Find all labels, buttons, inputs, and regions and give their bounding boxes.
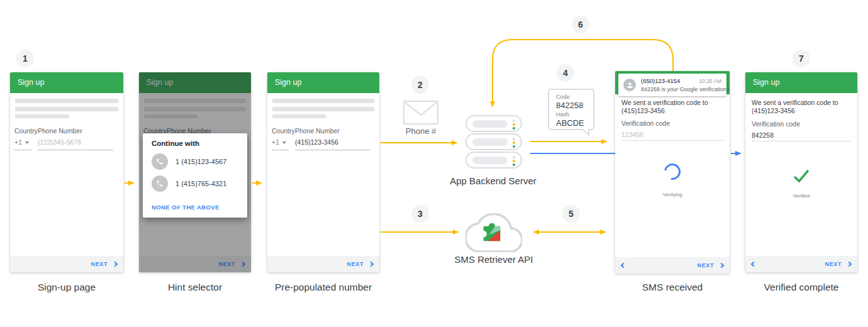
chevron-right-icon: [369, 262, 374, 267]
phone-verified: Sign up We sent a verification code to (…: [745, 72, 857, 272]
placeholder-bar: [272, 114, 326, 118]
code-underline: [752, 141, 851, 141]
verified-footer: NEXT: [745, 256, 857, 272]
backend-server-label: App Backend Server: [430, 175, 556, 186]
caption-signup: Sign-up page: [10, 282, 123, 293]
signup-header: Sign up: [10, 72, 123, 93]
dialog-title: Continue with: [152, 140, 199, 147]
flow-arrows: [0, 0, 868, 327]
phone-number-input[interactable]: (415)123-3456: [295, 138, 338, 146]
placeholder-bar: [15, 99, 118, 103]
sent-code-text: We sent a verification code to (415)123-…: [752, 99, 851, 115]
verified-status: Verified: [782, 193, 821, 199]
country-label: Country: [272, 127, 295, 135]
code-value: 842258: [556, 101, 593, 110]
caption-verified: Verified complete: [745, 282, 857, 293]
country-label: Country: [14, 127, 38, 135]
chevron-down-icon: [282, 141, 286, 144]
notification-sender: (650)123-4154: [641, 77, 680, 84]
next-button[interactable]: NEXT: [698, 262, 723, 269]
step-badge-3: 3: [411, 205, 429, 223]
envelope-icon: [403, 101, 438, 125]
phone-underline: [38, 150, 113, 150]
placeholder-bar: [272, 99, 374, 103]
server-icon: [465, 152, 522, 169]
server-icon: [465, 115, 522, 132]
step-badge-4: 4: [557, 64, 574, 82]
verification-code-label: Verification code: [621, 119, 670, 128]
step-badge-1: 1: [16, 50, 34, 67]
phone-underline: [295, 150, 370, 150]
phone-number-input[interactable]: (123)345-5678: [38, 138, 81, 146]
step-badge-7: 7: [793, 50, 810, 67]
none-of-the-above-link[interactable]: NONE OF THE ABOVE: [152, 204, 220, 211]
sms-retriever-api-label: SMS Retriever API: [431, 254, 557, 265]
country-select[interactable]: +1: [14, 138, 29, 146]
prepopulated-footer: NEXT: [267, 256, 379, 272]
code-hash-bubble: Code 842258 Hash ABCDE: [548, 89, 594, 130]
phone-icon: [152, 175, 168, 192]
verified-check-icon: [792, 168, 811, 184]
caption-hint: Hint selector: [139, 282, 251, 293]
signup-header: Sign up: [745, 72, 857, 93]
signup-footer: NEXT: [10, 256, 123, 272]
placeholder-bar: [272, 107, 374, 111]
chevron-right-icon: [847, 262, 852, 267]
sms-retriever-flow-diagram: 1 2 3 4 5 6 7 Sign up Country Phone Numb…: [0, 0, 868, 327]
cloud-api-icon: [465, 213, 522, 252]
country-underline: [272, 150, 289, 150]
verifying-status: Verifying: [653, 192, 692, 197]
caption-sms: SMS received: [615, 282, 730, 293]
placeholder-bar: [15, 114, 69, 118]
verifying-spinner: [661, 160, 684, 183]
phone-hint-selector: Sign up Country Phone Number Continue wi…: [139, 72, 251, 272]
phone-signup: Sign up Country Phone Number +1 (123)345…: [10, 72, 123, 272]
verification-code-value[interactable]: 842258: [752, 131, 774, 140]
code-label: Code: [556, 94, 593, 101]
caption-prepopulated: Pre-populated number: [267, 282, 379, 293]
next-button[interactable]: NEXT: [347, 261, 373, 267]
step-badge-6: 6: [572, 16, 589, 33]
hint-selector-dialog: Continue with 1 (415)123-4567 1 (415)765…: [143, 133, 247, 218]
avatar: [623, 79, 636, 91]
bubble-tail: [581, 128, 591, 136]
signup-header: Sign up: [267, 72, 379, 93]
server-icon: [465, 133, 522, 150]
step-badge-2: 2: [411, 76, 429, 94]
sent-code-text: We sent a verification code to (415)123-…: [621, 99, 722, 115]
notification-time: 10:26 AM: [699, 78, 721, 84]
next-button[interactable]: NEXT: [825, 261, 851, 267]
country-underline: [14, 150, 31, 150]
verification-code-input[interactable]: 123456: [621, 131, 643, 139]
sms-notification[interactable]: (650)123-4154 10:26 AM 842258 is your Go…: [618, 74, 726, 96]
sms-footer: NEXT: [615, 257, 730, 274]
step-badge-5: 5: [562, 205, 580, 223]
phone-icon: [152, 153, 168, 170]
back-button[interactable]: [751, 262, 756, 267]
next-button[interactable]: NEXT: [91, 261, 117, 267]
back-button[interactable]: [621, 263, 626, 268]
phone-hint-option-2[interactable]: 1 (415)765-4321: [152, 175, 226, 192]
phone-sms-received: (650)123-4154 10:26 AM 842258 is your Go…: [615, 71, 730, 274]
hash-value: ABCDE: [556, 118, 593, 128]
hash-label: Hash: [556, 111, 593, 118]
phone-hint-option-1[interactable]: 1 (415)123-4567: [152, 153, 226, 170]
placeholder-bar: [15, 107, 118, 111]
chevron-down-icon: [25, 141, 29, 144]
phone-number-payload-label: Phone #: [396, 126, 446, 136]
phone-number-label: Phone Number: [295, 127, 340, 135]
notification-message: 842258 is your Google verification code: [641, 86, 730, 92]
verification-code-label: Verification code: [752, 120, 800, 128]
phone-number-label: Phone Number: [38, 127, 82, 135]
chevron-right-icon: [113, 262, 118, 267]
chevron-right-icon: [719, 263, 724, 268]
country-select[interactable]: +1: [272, 138, 286, 146]
code-underline: [621, 140, 724, 141]
phone-prepopulated: Sign up Country Phone Number +1 (415)123…: [267, 72, 379, 272]
